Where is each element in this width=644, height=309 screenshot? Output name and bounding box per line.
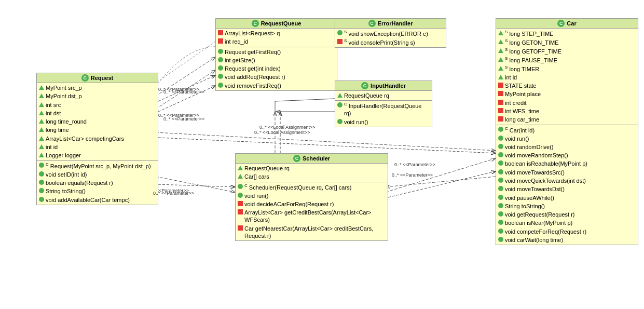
attr-text: long time_round [46,118,87,125]
requestqueue-attributes: ArrayList<Request> q int req_id [216,29,337,47]
visibility-public-icon [218,49,223,54]
requestqueue-methods: Request getFirstReq() int getSize() Requ… [216,47,337,90]
svg-text:0..* <<Parameter>>: 0..* <<Parameter>> [153,191,194,196]
visibility-public-icon [498,144,503,149]
method-text: void competeForReq(Request r) [505,228,586,235]
visibility-protected-icon [39,153,44,157]
method-text: C Scheduler(RequestQueue rq, Car[] cars) [244,183,351,191]
attr-text: int req_id [225,38,248,45]
attr-text: S long GETOFF_TIME [505,47,561,55]
request-methods: C Request(MyPoint src_p, MyPoint dst_p) … [37,161,158,205]
attr-row: long car_time [498,115,636,124]
method-text: void moveTowardsDst() [505,185,565,193]
method-text: Request getFirstReq() [225,48,281,56]
method-text: void randomDrive() [505,143,554,151]
attr-row: int id [39,143,156,151]
method-row: void moveRandomStep() [498,151,636,159]
attr-row: S long GETOFF_TIME [498,47,636,56]
errorhandler-methods: S void showException(ERROR e) S void con… [335,29,446,47]
attr-row: STATE state [498,82,636,90]
visibility-public-icon [39,197,44,202]
method-row: void addReq(Request r) [218,73,335,81]
attr-text: MyPoint src_p [46,84,82,91]
attr-row: S long PAUSE_TIME [498,56,636,64]
class-inputhandler: C InputHandler RequestQueue rq C InputHa… [335,80,432,127]
visibility-private-icon [238,209,243,214]
method-text: Car getNearestCar(ArrayList<Car> creditB… [244,225,386,240]
method-text: int getSize() [225,57,255,64]
visibility-public-icon [337,119,342,124]
method-text: void moveTowardsSrc() [505,169,565,176]
svg-text:0..* <<Parameter>>: 0..* <<Parameter>> [394,162,435,167]
attr-row: MyPoint dst_p [39,92,156,100]
visibility-protected-icon [498,66,503,71]
class-title: ErrorHandler [378,20,413,26]
method-row: void randomDrive() [498,143,636,151]
svg-line-16 [156,42,215,83]
class-inputhandler-header: C InputHandler [335,81,432,91]
car-methods: C Car(int id) void run() void randomDriv… [496,125,638,245]
visibility-protected-icon [39,127,44,132]
class-title: RequestQueue [261,20,302,26]
method-row: int getSize() [218,56,335,64]
visibility-protected-icon [39,136,44,141]
method-row: void moveTowardsSrc() [498,168,636,177]
attr-row: ArrayList<Request> q [218,29,335,37]
method-text: ArrayList<Car> getCreditBestCars(ArrayLi… [244,209,386,224]
class-icon: C [81,74,89,82]
attr-text: int id [505,74,517,81]
visibility-protected-icon [498,57,503,62]
method-row: String toString() [39,187,156,195]
method-text: C Request(MyPoint src_p, MyPoint dst_p) [46,162,151,170]
method-row: void run() [337,118,430,126]
method-row: void getRequest(Request r) [498,210,636,219]
visibility-public-icon [498,169,503,174]
visibility-protected-icon [39,102,44,107]
class-errorhandler-header: C ErrorHandler [335,19,446,29]
attr-row: long time_round [39,117,156,126]
visibility-protected-icon [498,48,503,53]
attr-row: int WFS_time [498,107,636,115]
method-text: S void consolePrint(String s) [344,38,415,46]
attr-text: S long TIMER [505,65,539,73]
visibility-public-icon [498,237,503,242]
visibility-public-icon [337,102,342,108]
svg-line-12 [156,177,235,192]
class-title: InputHandler [371,83,406,89]
method-row: C Request(MyPoint src_p, MyPoint dst_p) [39,162,156,170]
visibility-protected-icon [498,39,503,44]
attr-text: long time [46,126,69,133]
class-request-header: C Request [37,73,158,83]
svg-text:0..* <<Local Assignment>>: 0..* <<Local Assignment>> [254,130,310,135]
class-icon: C [293,155,300,162]
method-row: void moveTowardsDst() [498,185,636,193]
visibility-private-icon [218,30,223,35]
visibility-private-icon [498,91,503,96]
attr-text: int credit [505,99,527,106]
method-text: void decideACarForReq(Request r) [244,200,334,208]
method-row: void decideACarForReq(Request r) [238,200,386,208]
visibility-protected-icon [498,75,503,79]
attr-text: int id [46,143,58,151]
visibility-private-icon [337,39,342,44]
svg-text:0..* <<Parameter>>: 0..* <<Parameter>> [158,113,199,118]
attr-row: RequestQueue rq [238,164,386,172]
method-row: void pauseAWhile() [498,194,636,202]
attr-row: S long TIMER [498,64,636,73]
attr-row: Car[] cars [238,172,386,181]
attr-text: int src [46,101,61,109]
attr-row: MyPoint src_p [39,84,156,92]
class-scheduler-header: C Scheduler [236,154,388,164]
method-row: void moveQuickTowards(int dst) [498,177,636,185]
attr-text: int WFS_time [505,108,539,115]
class-requestqueue: C RequestQueue ArrayList<Request> q int … [215,18,337,91]
class-title: Scheduler [303,155,330,162]
method-row: void addAvailableCar(Car tempc) [39,196,156,204]
visibility-public-icon [498,195,503,200]
svg-text:0..* <<Parameter>>: 0..* <<Parameter>> [163,89,204,95]
attr-text: Logger logger [46,152,81,159]
class-errorhandler: C ErrorHandler S void showException(ERRO… [335,18,446,48]
inputhandler-methods: C InputHandler(RequestQueue rq) void run… [335,101,432,127]
svg-line-10 [386,158,496,192]
method-text: void run() [505,135,529,142]
